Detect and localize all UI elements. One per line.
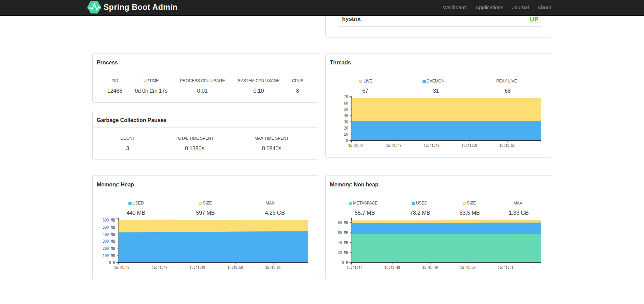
svg-text:15:41:47: 15:41:47 <box>348 143 364 148</box>
svg-text:20: 20 <box>344 126 348 131</box>
svg-text:15:41:48: 15:41:48 <box>386 143 402 148</box>
svg-text:15:41:48: 15:41:48 <box>152 265 168 270</box>
svg-text:60 MB: 60 MB <box>338 230 348 235</box>
svg-text:15:41:50: 15:41:50 <box>228 265 243 270</box>
svg-text:15:41:47: 15:41:47 <box>114 265 130 270</box>
svg-text:400 MB: 400 MB <box>103 232 115 237</box>
svg-text:70: 70 <box>344 94 348 100</box>
svg-text:15:41:51: 15:41:51 <box>265 265 281 270</box>
svg-text:10: 10 <box>344 132 348 137</box>
svg-text:30: 30 <box>344 120 348 125</box>
svg-text:15:41:49: 15:41:49 <box>422 265 438 270</box>
svg-text:0 B: 0 B <box>109 260 115 265</box>
svg-text:100 MB: 100 MB <box>103 253 115 258</box>
svg-text:20 MB: 20 MB <box>338 250 348 255</box>
svg-text:15:41:49: 15:41:49 <box>190 265 205 270</box>
svg-text:15:41:51: 15:41:51 <box>500 143 515 148</box>
svg-text:600 MB: 600 MB <box>103 218 115 223</box>
svg-text:15:41:50: 15:41:50 <box>462 143 477 148</box>
svg-text:0 B: 0 B <box>342 260 348 265</box>
svg-text:0: 0 <box>346 138 348 143</box>
svg-text:15:41:51: 15:41:51 <box>498 265 513 270</box>
svg-text:500 MB: 500 MB <box>103 225 115 230</box>
svg-text:15:41:49: 15:41:49 <box>424 143 440 148</box>
svg-text:200 MB: 200 MB <box>103 246 115 251</box>
svg-text:60: 60 <box>344 101 348 106</box>
svg-text:15:41:50: 15:41:50 <box>460 265 476 270</box>
svg-text:40: 40 <box>344 113 348 118</box>
svg-text:15:41:47: 15:41:47 <box>347 265 362 270</box>
svg-text:80 MB: 80 MB <box>338 220 348 225</box>
svg-text:50: 50 <box>344 107 348 112</box>
svg-text:300 MB: 300 MB <box>103 239 115 244</box>
svg-text:15:41:48: 15:41:48 <box>384 265 400 270</box>
svg-text:40 MB: 40 MB <box>338 240 348 245</box>
